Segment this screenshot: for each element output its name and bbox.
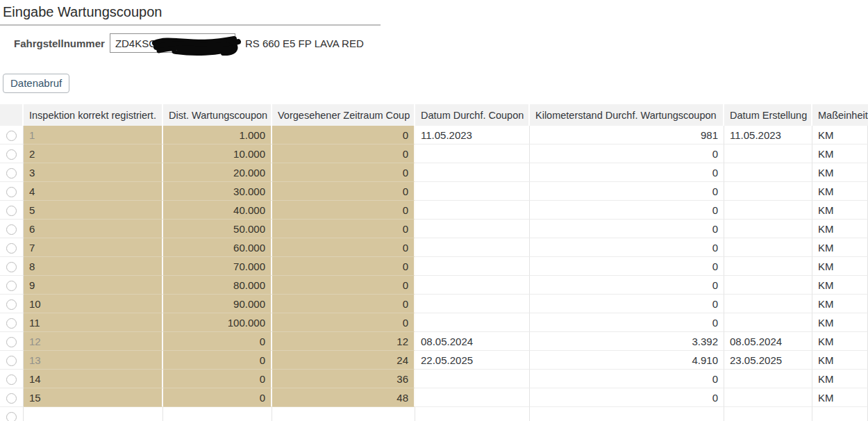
- cell-vorgesehener-zeitraum[interactable]: 0: [272, 220, 415, 238]
- cell-datum-durchf: [415, 276, 530, 295]
- cell-vorgesehener-zeitraum[interactable]: 0: [272, 295, 415, 313]
- radio-button[interactable]: [6, 299, 17, 310]
- cell-vorgesehener-zeitraum[interactable]: 0: [272, 182, 415, 201]
- cell-masseinheit: KM: [812, 313, 868, 332]
- cell-dist-wartungscoupon: [163, 407, 272, 421]
- cell-datum-erstellung: [724, 163, 812, 182]
- datenabruf-button[interactable]: Datenabruf: [3, 74, 69, 93]
- cell-dist-wartungscoupon[interactable]: 50.000: [163, 220, 272, 238]
- header-vorgesehener-zeitraum: Vorgesehener Zeitraum Coup: [272, 104, 415, 126]
- radio-button[interactable]: [6, 337, 17, 347]
- radio-button[interactable]: [6, 356, 17, 366]
- cell-datum-durchf: [415, 220, 530, 238]
- cell-vorgesehener-zeitraum[interactable]: 0: [272, 201, 415, 220]
- cell-inspektion[interactable]: 14: [24, 370, 163, 388]
- cell-datum-erstellung: [724, 201, 812, 220]
- cell-inspektion[interactable]: 1: [24, 126, 163, 145]
- cell-dist-wartungscoupon[interactable]: 80.000: [163, 276, 272, 295]
- radio-button[interactable]: [6, 412, 17, 421]
- cell-inspektion[interactable]: 4: [24, 182, 163, 201]
- cell-masseinheit: KM: [812, 220, 868, 238]
- cell-datum-erstellung: [724, 370, 812, 388]
- radio-button[interactable]: [6, 149, 17, 160]
- cell-datum-erstellung: [724, 295, 812, 313]
- cell-dist-wartungscoupon[interactable]: 0: [163, 351, 272, 370]
- table-header-row: Inspektion korrekt registriert. Dist. Wa…: [0, 104, 868, 126]
- cell-dist-wartungscoupon[interactable]: 0: [163, 370, 272, 388]
- cell-vorgesehener-zeitraum[interactable]: 0: [272, 313, 415, 332]
- cell-inspektion[interactable]: 10: [24, 295, 163, 313]
- radio-button[interactable]: [6, 318, 17, 329]
- table-row: 11100.00000KM: [0, 313, 868, 332]
- cell-vorgesehener-zeitraum[interactable]: 0: [272, 126, 415, 145]
- cell-kilometerstand: [530, 407, 724, 421]
- cell-dist-wartungscoupon[interactable]: 10.000: [163, 145, 272, 163]
- radio-cell: [0, 163, 24, 182]
- cell-inspektion[interactable]: 2: [24, 145, 163, 163]
- radio-cell: [0, 388, 24, 407]
- cell-dist-wartungscoupon[interactable]: 0: [163, 388, 272, 407]
- cell-datum-erstellung: [724, 388, 812, 407]
- cell-inspektion[interactable]: 8: [24, 257, 163, 276]
- radio-button[interactable]: [6, 224, 17, 235]
- cell-inspektion[interactable]: 7: [24, 238, 163, 257]
- table-row: 140360KM: [0, 370, 868, 388]
- cell-datum-erstellung: [724, 238, 812, 257]
- radio-button[interactable]: [6, 168, 17, 179]
- radio-cell: [0, 407, 24, 421]
- radio-cell: [0, 351, 24, 370]
- vehicle-model-text: RS 660 E5 FP LAVA RED: [245, 38, 364, 49]
- cell-vorgesehener-zeitraum[interactable]: 0: [272, 163, 415, 182]
- cell-datum-erstellung: 23.05.2025: [724, 351, 812, 370]
- radio-button[interactable]: [6, 262, 17, 272]
- cell-vorgesehener-zeitraum[interactable]: 0: [272, 145, 415, 163]
- cell-vorgesehener-zeitraum[interactable]: 0: [272, 276, 415, 295]
- cell-inspektion[interactable]: 11: [24, 313, 163, 332]
- cell-dist-wartungscoupon[interactable]: 90.000: [163, 295, 272, 313]
- cell-inspektion[interactable]: 12: [24, 332, 163, 351]
- cell-dist-wartungscoupon[interactable]: 30.000: [163, 182, 272, 201]
- vin-input[interactable]: ZD4KSG0: [110, 33, 235, 53]
- cell-inspektion[interactable]: 15: [24, 388, 163, 407]
- radio-button[interactable]: [6, 131, 17, 141]
- radio-button[interactable]: [6, 187, 17, 197]
- cell-inspektion[interactable]: 3: [24, 163, 163, 182]
- table-row: 320.00000KM: [0, 163, 868, 182]
- cell-vorgesehener-zeitraum[interactable]: 24: [272, 351, 415, 370]
- cell-dist-wartungscoupon[interactable]: 0: [163, 332, 272, 351]
- cell-dist-wartungscoupon[interactable]: 20.000: [163, 163, 272, 182]
- cell-kilometerstand: 981: [530, 126, 724, 145]
- cell-inspektion[interactable]: 5: [24, 201, 163, 220]
- vin-redaction-scribble: [151, 32, 245, 58]
- cell-kilometerstand: 0: [530, 276, 724, 295]
- cell-masseinheit: KM: [812, 126, 868, 145]
- cell-vorgesehener-zeitraum[interactable]: 0: [272, 257, 415, 276]
- cell-dist-wartungscoupon[interactable]: 40.000: [163, 201, 272, 220]
- cell-dist-wartungscoupon[interactable]: 60.000: [163, 238, 272, 257]
- radio-button[interactable]: [6, 374, 17, 385]
- radio-button[interactable]: [6, 393, 17, 404]
- cell-datum-durchf: 22.05.2025: [415, 351, 530, 370]
- cell-dist-wartungscoupon[interactable]: 100.000: [163, 313, 272, 332]
- radio-button[interactable]: [6, 281, 17, 291]
- cell-masseinheit: KM: [812, 332, 868, 351]
- table-row: 980.00000KM: [0, 276, 868, 295]
- radio-cell: [0, 126, 24, 145]
- cell-inspektion[interactable]: 6: [24, 220, 163, 238]
- table-row: 760.00000KM: [0, 238, 868, 257]
- cell-inspektion[interactable]: 9: [24, 276, 163, 295]
- title-divider: [0, 24, 381, 26]
- cell-masseinheit: KM: [812, 276, 868, 295]
- cell-vorgesehener-zeitraum[interactable]: 0: [272, 238, 415, 257]
- cell-dist-wartungscoupon[interactable]: 1.000: [163, 126, 272, 145]
- cell-vorgesehener-zeitraum[interactable]: 36: [272, 370, 415, 388]
- cell-kilometerstand: 0: [530, 238, 724, 257]
- cell-inspektion[interactable]: 13: [24, 351, 163, 370]
- radio-button[interactable]: [6, 206, 17, 216]
- cell-dist-wartungscoupon[interactable]: 70.000: [163, 257, 272, 276]
- radio-cell: [0, 295, 24, 313]
- cell-vorgesehener-zeitraum[interactable]: 48: [272, 388, 415, 407]
- cell-vorgesehener-zeitraum[interactable]: 12: [272, 332, 415, 351]
- radio-button[interactable]: [6, 243, 17, 254]
- cell-datum-erstellung: [724, 276, 812, 295]
